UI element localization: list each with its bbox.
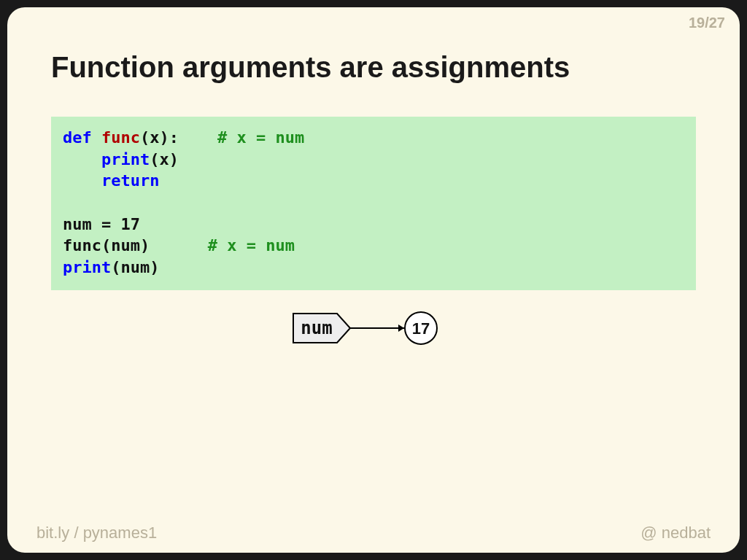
arrow-head-icon — [398, 324, 404, 332]
slide-title: Function arguments are assignments — [51, 51, 570, 84]
code-assign: num = 17 — [63, 215, 140, 233]
footer-link-host: bit.ly — [36, 524, 69, 542]
code-indent — [63, 171, 101, 190]
code-builtin-print: print — [101, 150, 150, 168]
code-comment: # x = num — [208, 236, 295, 254]
footer-username: nedbat — [662, 524, 711, 542]
name-tag-label: num — [301, 318, 332, 338]
code-builtin-print: print — [63, 258, 111, 276]
footer-slash: / — [74, 524, 78, 542]
page-current: 19 — [689, 15, 705, 31]
code-keyword-def: def — [63, 128, 92, 147]
code-args: (num) — [111, 258, 159, 276]
slide: 19/27 Function arguments are assignments… — [7, 7, 740, 553]
code-pad — [179, 128, 217, 147]
code-comment: # x = num — [217, 128, 304, 147]
code-func-name: func — [101, 128, 140, 147]
page-indicator: 19/27 — [689, 15, 725, 31]
page-total: 27 — [709, 15, 725, 31]
value-label: 17 — [412, 319, 430, 338]
at-sign-icon: @ — [640, 524, 657, 542]
slide-footer: bit.ly / pynames1 @ nedbat — [7, 524, 740, 542]
code-pad — [150, 236, 207, 254]
name-binding-diagram: num 17 — [7, 306, 740, 353]
code-call: func(num) — [63, 236, 150, 254]
footer-link-path: pynames1 — [83, 524, 158, 542]
code-keyword-return: return — [101, 171, 159, 190]
footer-link: bit.ly / pynames1 — [36, 524, 157, 542]
code-signature: (x): — [140, 128, 179, 147]
code-block: def func(x): # x = num print(x) return n… — [51, 117, 696, 290]
code-indent — [63, 150, 101, 168]
code-args: (x) — [150, 150, 179, 168]
footer-handle: @ nedbat — [640, 524, 711, 542]
